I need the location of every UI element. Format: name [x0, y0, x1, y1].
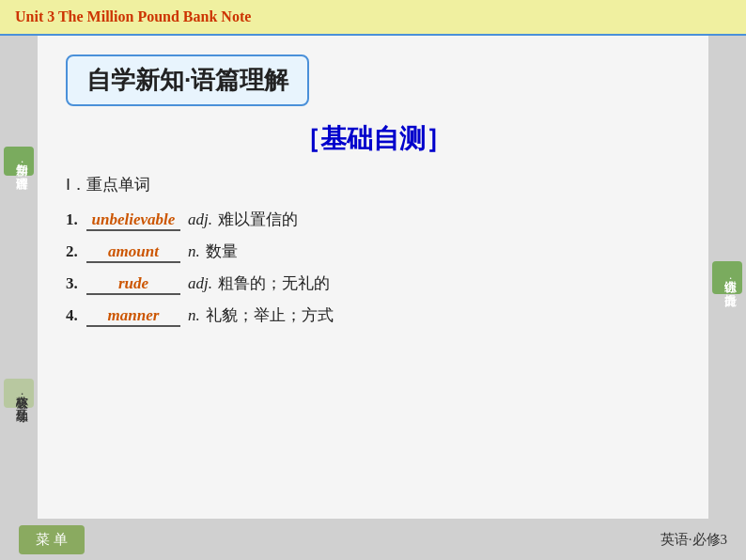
vocab-word: unbelievable	[86, 210, 180, 231]
vocab-item: 2. amount n. 数量	[66, 241, 680, 263]
vocab-num: 3.	[66, 274, 86, 293]
section-title: 自学新知·语篇理解	[86, 66, 288, 94]
left-sidebar: 自学新知·语篇理解 核心突破·导练互动	[0, 36, 38, 519]
vocab-meaning: 难以置信的	[218, 209, 298, 230]
menu-button[interactable]: 菜 单	[19, 525, 85, 554]
top-bar: Unit 3 The Million Pound Bank Note	[0, 0, 746, 36]
vocab-meaning: 礼貌；举止；方式	[206, 304, 334, 326]
vocab-word: manner	[86, 306, 180, 327]
sidebar-item-hexin[interactable]: 核心突破·导练互动	[4, 379, 34, 408]
vocab-item: 1. unbelievable adj. 难以置信的	[66, 209, 680, 231]
bottom-right-text: 英语·必修3	[661, 531, 727, 549]
vocab-pos: n.	[188, 242, 200, 261]
section-heading: Ⅰ．重点单词	[66, 174, 680, 195]
vocab-item: 3. rude adj. 粗鲁的；无礼的	[66, 272, 680, 295]
sidebar-item-zixue[interactable]: 自学新知·语篇理解	[4, 147, 34, 176]
section-title-box: 自学新知·语篇理解	[66, 54, 309, 106]
vocab-pos: adj.	[188, 274, 212, 293]
main-content: 自学新知·语篇理解 ［基础自测］ Ⅰ．重点单词 1. unbelievable …	[38, 36, 708, 519]
vocab-num: 2.	[66, 242, 86, 261]
vocab-meaning: 粗鲁的；无礼的	[218, 272, 330, 294]
subtitle: ［基础自测］	[66, 121, 680, 157]
vocab-pos: n.	[188, 306, 200, 325]
vocab-meaning: 数量	[206, 241, 238, 262]
top-bar-title: Unit 3 The Million Pound Bank Note	[15, 8, 251, 25]
vocab-word: amount	[86, 242, 180, 263]
vocab-item: 4. manner n. 礼貌；举止；方式	[66, 304, 680, 327]
vocab-pos: adj.	[188, 210, 212, 229]
bottom-bar: 菜 单 英语·必修3	[0, 519, 746, 560]
vocab-num: 1.	[66, 210, 86, 229]
vocab-list: 1. unbelievable adj. 难以置信的 2. amount n. …	[66, 209, 680, 327]
sidebar-item-zonghe[interactable]: 综合训练·能力提升	[712, 261, 742, 294]
right-sidebar: 综合训练·能力提升	[708, 36, 746, 519]
vocab-word: rude	[86, 274, 180, 295]
vocab-num: 4.	[66, 306, 86, 325]
